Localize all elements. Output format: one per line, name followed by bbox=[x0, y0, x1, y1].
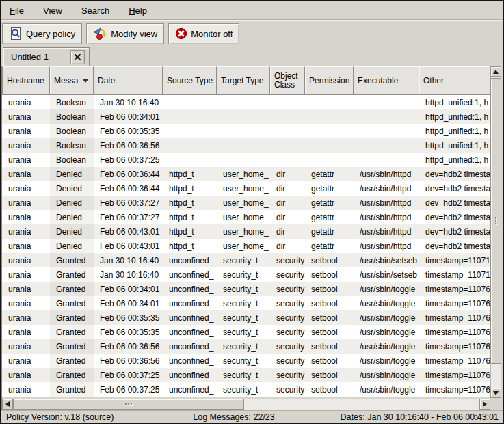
table-row[interactable]: uraniaDeniedFeb 06 00:37:27httpd_tuser_h… bbox=[2, 210, 490, 224]
scroll-up-button[interactable] bbox=[490, 66, 501, 77]
table-cell: urania bbox=[2, 253, 50, 267]
column-header-executable[interactable]: Executable bbox=[354, 66, 419, 95]
column-header-other[interactable]: Other bbox=[419, 66, 490, 95]
table-cell bbox=[163, 95, 217, 109]
column-header-messa[interactable]: Messa bbox=[50, 66, 94, 95]
table-cell: security_t bbox=[217, 253, 270, 267]
table-cell: dev=hdb2 timesta bbox=[419, 224, 490, 239]
table-cell: dev=hdb2 timesta bbox=[419, 167, 490, 181]
scroll-left-button[interactable] bbox=[2, 399, 13, 410]
table-row[interactable]: uraniaGrantedFeb 06 00:35:35unconfined_s… bbox=[2, 310, 490, 325]
table-row[interactable]: uraniaBooleanJan 30 10:16:40httpd_unifie… bbox=[2, 95, 490, 109]
table-cell: urania bbox=[2, 368, 50, 382]
table-cell: security bbox=[270, 267, 305, 282]
menu-item-view[interactable]: View bbox=[38, 3, 67, 18]
table-cell: getattr bbox=[305, 210, 354, 224]
vertical-scrollbar-thumb[interactable] bbox=[490, 78, 501, 364]
seaudit-window: FileViewSearchHelp Query policy bbox=[0, 0, 504, 424]
table-row[interactable]: uraniaGrantedFeb 06 00:37:25unconfined_s… bbox=[2, 382, 490, 397]
menu-bar: FileViewSearchHelp bbox=[1, 1, 503, 19]
table-cell: httpd_t bbox=[163, 196, 217, 210]
menu-item-help[interactable]: Help bbox=[124, 3, 152, 18]
table-cell: Feb 06 00:43:01 bbox=[94, 224, 163, 239]
column-header-object-class[interactable]: Object Class bbox=[270, 66, 305, 95]
horizontal-scrollbar-thumb[interactable] bbox=[13, 399, 244, 410]
scroll-down-button[interactable] bbox=[490, 388, 501, 398]
column-header-label: Executable bbox=[358, 77, 398, 85]
table-cell: timestamp=11076 bbox=[419, 325, 490, 339]
column-header-permission[interactable]: Permission bbox=[305, 66, 354, 95]
tab-untitled-1[interactable]: Untitled 1 bbox=[3, 47, 90, 66]
column-header-label: Object Class bbox=[274, 72, 302, 90]
table-cell: security bbox=[270, 325, 305, 339]
table-cell: Granted bbox=[50, 339, 94, 354]
table-cell: urania bbox=[2, 224, 50, 239]
vertical-scrollbar[interactable] bbox=[490, 66, 501, 398]
column-header-date[interactable]: Date bbox=[94, 66, 163, 95]
query-policy-button[interactable]: Query policy bbox=[2, 23, 82, 44]
horizontal-scrollbar[interactable] bbox=[2, 399, 490, 410]
column-header-source-type[interactable]: Source Type bbox=[163, 66, 217, 95]
table-row[interactable]: uraniaGrantedFeb 06 00:36:56unconfined_s… bbox=[2, 339, 490, 354]
table-row[interactable]: uraniaDeniedFeb 06 00:36:44httpd_tuser_h… bbox=[2, 167, 490, 181]
column-header-hostname[interactable]: Hostname bbox=[2, 66, 50, 95]
table-cell: Feb 06 00:36:56 bbox=[94, 138, 163, 153]
table-cell: urania bbox=[2, 310, 50, 325]
table-row[interactable]: uraniaGrantedFeb 06 00:36:56unconfined_s… bbox=[2, 354, 490, 368]
column-header-target-type[interactable]: Target Type bbox=[217, 66, 270, 95]
modify-view-button[interactable]: Modify view bbox=[86, 23, 164, 44]
table-cell: security_t bbox=[217, 267, 270, 282]
left-arrow-icon bbox=[5, 401, 10, 407]
table-cell: user_home_ bbox=[217, 210, 270, 224]
table-row[interactable]: uraniaBooleanFeb 06 00:35:35httpd_unifie… bbox=[2, 124, 490, 138]
table-cell: dir bbox=[270, 210, 305, 224]
table-row[interactable]: uraniaDeniedFeb 06 00:36:44httpd_tuser_h… bbox=[2, 181, 490, 196]
table-cell: urania bbox=[2, 354, 50, 368]
table-cell: httpd_t bbox=[163, 210, 217, 224]
table-row[interactable]: uraniaBooleanFeb 06 00:36:56httpd_unifie… bbox=[2, 138, 490, 153]
table-cell bbox=[354, 138, 419, 153]
table-cell: Feb 06 00:36:56 bbox=[94, 354, 163, 368]
table-row[interactable]: uraniaDeniedFeb 06 00:43:01httpd_tuser_h… bbox=[2, 224, 490, 239]
table-row[interactable]: uraniaGrantedJan 30 10:16:40unconfined_s… bbox=[2, 253, 490, 267]
table-cell: httpd_t bbox=[163, 167, 217, 181]
table-cell bbox=[305, 138, 354, 153]
table-row[interactable]: uraniaGrantedFeb 06 00:34:01unconfined_s… bbox=[2, 282, 490, 296]
table-row[interactable]: uraniaDeniedFeb 06 00:43:01httpd_tuser_h… bbox=[2, 239, 490, 253]
tab-close-button[interactable] bbox=[70, 50, 85, 64]
monitor-off-button[interactable]: Monitor off bbox=[168, 23, 239, 44]
table-row[interactable]: uraniaGrantedJan 30 10:16:40unconfined_s… bbox=[2, 267, 490, 282]
table-cell: setbool bbox=[305, 325, 354, 339]
table-row[interactable]: uraniaGrantedFeb 06 00:34:01unconfined_s… bbox=[2, 296, 490, 310]
modify-view-icon bbox=[93, 27, 107, 40]
down-arrow-icon bbox=[493, 391, 499, 395]
table-cell: setbool bbox=[305, 296, 354, 310]
table-cell: Feb 06 00:36:44 bbox=[94, 167, 163, 181]
table-cell: unconfined_ bbox=[163, 310, 217, 325]
table-cell: user_home_ bbox=[217, 167, 270, 181]
table-header: HostnameMessaDateSource TypeTarget TypeO… bbox=[2, 66, 490, 95]
table-cell: setbool bbox=[305, 267, 354, 282]
table-cell: unconfined_ bbox=[163, 368, 217, 382]
table-cell: urania bbox=[2, 325, 50, 339]
table-cell: /usr/sbin/httpd bbox=[354, 167, 419, 181]
table-cell: setbool bbox=[305, 253, 354, 267]
table-row[interactable]: uraniaBooleanFeb 06 00:34:01httpd_unifie… bbox=[2, 109, 490, 124]
menu-item-search[interactable]: Search bbox=[77, 3, 114, 18]
scroll-right-button[interactable] bbox=[479, 399, 490, 410]
table-cell bbox=[217, 138, 270, 153]
table-cell: /usr/sbin/httpd bbox=[354, 224, 419, 239]
table-cell: dev=hdb2 timesta bbox=[419, 210, 490, 224]
table-cell: setbool bbox=[305, 282, 354, 296]
table-row[interactable]: uraniaDeniedFeb 06 00:37:27httpd_tuser_h… bbox=[2, 196, 490, 210]
table-cell: timestamp=11076 bbox=[419, 354, 490, 368]
table-cell: unconfined_ bbox=[163, 296, 217, 310]
table-row[interactable]: uraniaBooleanFeb 06 00:37:25httpd_unifie… bbox=[2, 153, 490, 167]
table-cell: Boolean bbox=[50, 124, 94, 138]
menu-item-file[interactable]: File bbox=[5, 3, 29, 18]
table-row[interactable]: uraniaGrantedFeb 06 00:35:35unconfined_s… bbox=[2, 325, 490, 339]
table-cell: timestamp=11076 bbox=[419, 310, 490, 325]
table-row[interactable]: uraniaGrantedFeb 06 00:37:25unconfined_s… bbox=[2, 368, 490, 382]
table-cell: setbool bbox=[305, 354, 354, 368]
table-cell: unconfined_ bbox=[163, 267, 217, 282]
